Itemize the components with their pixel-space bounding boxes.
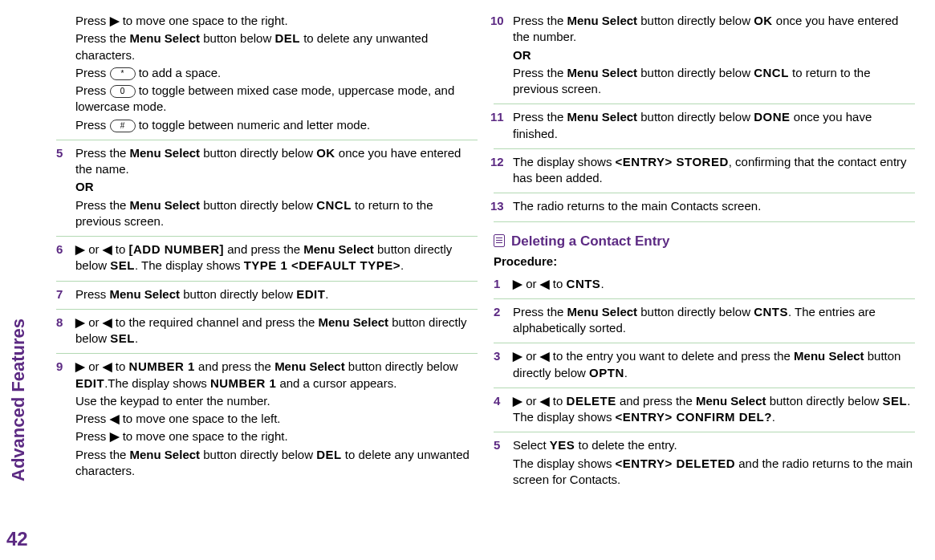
- text: Press: [75, 66, 110, 79]
- text: .: [135, 331, 138, 345]
- right-column: 10 Press the Menu Select button directly…: [486, 8, 923, 552]
- content-columns: Press ▶ to move one space to the right. …: [48, 8, 923, 552]
- text: Press the: [513, 305, 567, 319]
- right-arrow-icon: ▶: [75, 242, 85, 256]
- step-number: 1: [494, 276, 500, 292]
- text: Menu Select: [319, 315, 389, 329]
- step-number: 5: [56, 145, 63, 161]
- text: .: [624, 366, 628, 379]
- softkey-del: DEL: [316, 448, 342, 461]
- text: Press: [75, 14, 110, 27]
- step-number: 11: [490, 109, 504, 125]
- text: to the entry you want to delete and pres…: [550, 349, 794, 363]
- step-number: 6: [56, 241, 63, 258]
- section-title-text: Deleting a Contact Entry: [511, 233, 669, 249]
- softkey-sel: SEL: [110, 331, 135, 345]
- del-step-4: 4 ▶ or ◀ to DELETE and press the Menu Se…: [494, 388, 915, 433]
- procedure-label: Procedure:: [494, 254, 915, 268]
- step-number: 7: [56, 286, 63, 302]
- text: to: [112, 242, 129, 256]
- step-number: 4: [494, 393, 500, 409]
- left-arrow-icon: ◀: [540, 277, 550, 290]
- left-arrow-icon: ◀: [110, 412, 120, 425]
- text: button directly below: [180, 287, 296, 301]
- display-text: <ENTRY> DELETED: [616, 457, 735, 470]
- text: and a cursor appears.: [276, 376, 396, 390]
- text: to move one space to the right.: [120, 429, 288, 443]
- text: button directly below: [637, 14, 754, 27]
- step-6: 6 ▶ or ◀ to [ADD NUMBER] and press the M…: [56, 237, 478, 282]
- text: .: [772, 410, 775, 424]
- text: . The display shows: [135, 258, 244, 272]
- text: button directly below: [637, 66, 754, 79]
- step-4-continuation: Press ▶ to move one space to the right. …: [56, 8, 478, 140]
- softkey-yes: YES: [550, 438, 575, 452]
- softkey-ok: OK: [754, 14, 773, 27]
- text: Menu Select: [130, 448, 201, 461]
- left-arrow-icon: ◀: [540, 349, 550, 363]
- step-11: 11 Press the Menu Select button directly…: [494, 104, 915, 149]
- right-arrow-icon: ▶: [513, 277, 522, 290]
- softkey-sel: SEL: [883, 394, 908, 408]
- del-step-3: 3 ▶ or ◀ to the entry you want to delete…: [494, 343, 915, 388]
- text: Press the: [513, 14, 567, 27]
- step-number: 13: [490, 198, 504, 214]
- step-8: 8 ▶ or ◀ to the required channel and pre…: [56, 310, 478, 355]
- display-text: <ENTRY> STORED: [616, 155, 729, 168]
- text: The display shows: [513, 155, 616, 168]
- display-text: <ENTRY> CONFIRM DEL?: [616, 410, 772, 424]
- text: and press the: [224, 242, 303, 256]
- text: Menu Select: [567, 305, 638, 319]
- text: Menu Select: [130, 198, 201, 212]
- del-step-5: 5 Select YES to delete the entry. The di…: [494, 432, 915, 494]
- text: button directly below: [200, 146, 316, 160]
- right-arrow-icon: ▶: [513, 394, 522, 408]
- step-5: 5 Press the Menu Select button directly …: [56, 140, 478, 237]
- text: .: [325, 287, 328, 301]
- text: button directly below: [200, 198, 316, 212]
- text: to: [550, 394, 567, 408]
- document-icon: [494, 234, 505, 247]
- page: Advanced Features 42 Press ▶ to move one…: [0, 0, 935, 560]
- step-7: 7 Press Menu Select button directly belo…: [56, 282, 478, 310]
- page-number: 42: [6, 528, 28, 550]
- text: to: [112, 359, 129, 373]
- softkey-optn: OPTN: [589, 366, 624, 379]
- text: button directly below: [345, 359, 458, 373]
- text: Press: [75, 287, 110, 301]
- text: Press the: [513, 110, 567, 124]
- text: or: [85, 359, 103, 373]
- step-number: 8: [56, 314, 63, 331]
- text: button below: [200, 31, 274, 45]
- step-number: 5: [494, 437, 500, 453]
- left-arrow-icon: ◀: [103, 359, 112, 373]
- text: Press: [75, 429, 110, 443]
- step-13: 13 The radio returns to the main Contact…: [494, 193, 915, 221]
- or-label: OR: [75, 179, 478, 195]
- text: button directly below: [637, 305, 754, 319]
- text: and press the: [616, 394, 696, 408]
- text: Menu Select: [110, 287, 181, 301]
- menu-delete: DELETE: [567, 394, 616, 408]
- text: to the required channel and press the: [112, 315, 319, 329]
- step-number: 10: [490, 13, 504, 29]
- text: button directly below: [637, 110, 754, 124]
- softkey-cncl: CNCL: [316, 198, 352, 212]
- softkey-cncl: CNCL: [754, 66, 789, 79]
- step-number: 12: [490, 154, 504, 170]
- softkey-ok: OK: [316, 146, 335, 160]
- text: or: [85, 315, 103, 329]
- text: and press the: [195, 359, 274, 373]
- text: to move one space to the left.: [120, 412, 281, 425]
- text: Use the keypad to enter the number.: [75, 393, 478, 409]
- or-label: OR: [513, 47, 915, 63]
- text: button directly below: [200, 448, 316, 461]
- text: Menu Select: [567, 66, 638, 79]
- softkey-done: DONE: [754, 110, 790, 124]
- display-text: NUMBER 1: [210, 376, 276, 390]
- text: Menu Select: [303, 242, 374, 256]
- text: Menu Select: [794, 349, 864, 363]
- right-arrow-icon: ▶: [513, 349, 522, 363]
- softkey-sel: SEL: [110, 258, 135, 272]
- keycap-zero: 0: [110, 85, 136, 98]
